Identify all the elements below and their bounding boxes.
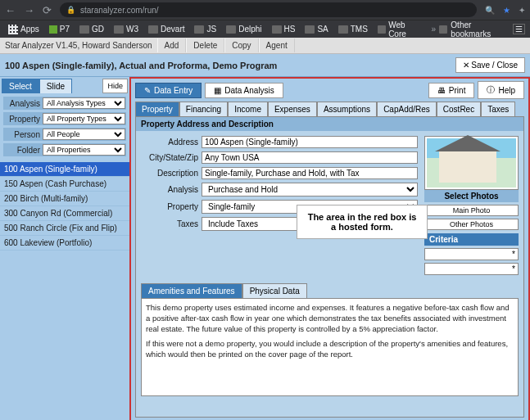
- filter-analysis[interactable]: All Analysis Types: [43, 97, 125, 109]
- tab-property[interactable]: Property: [135, 102, 179, 116]
- photo-box: [424, 136, 519, 190]
- list-item[interactable]: 500 Ranch Circle (Fix and Flip): [0, 221, 129, 236]
- criteria-header: Criteria: [424, 233, 519, 246]
- tab-taxes[interactable]: Taxes: [481, 102, 515, 116]
- url-text: staranalyzer.com/run/: [80, 6, 159, 15]
- tab-select[interactable]: Select: [2, 79, 39, 93]
- menu-copy[interactable]: Copy: [224, 38, 258, 52]
- analysis-label: Analysis: [141, 185, 198, 194]
- menu-delete[interactable]: Delete: [186, 38, 224, 52]
- pencil-icon: ✎: [144, 86, 151, 95]
- csz-input[interactable]: [202, 151, 418, 164]
- apps-button[interactable]: Apps: [5, 25, 43, 34]
- filter-folder[interactable]: All Properties: [43, 144, 125, 156]
- bookmark-js[interactable]: JS: [191, 25, 220, 34]
- menu-add[interactable]: Add: [157, 38, 187, 52]
- analysis-select[interactable]: Purchase and Hold: [202, 183, 418, 196]
- back-icon[interactable]: ←: [5, 4, 16, 16]
- app-menubar: Star Analyzer V1.45, Howard Sanderson Ad…: [0, 38, 530, 54]
- address-input[interactable]: [202, 136, 418, 148]
- bookmark-gd[interactable]: GD: [76, 25, 107, 34]
- bookmark-tms[interactable]: TMS: [335, 25, 371, 34]
- data-analysis-button[interactable]: ▦Data Analysis: [205, 83, 283, 98]
- tab-income[interactable]: Income: [228, 102, 268, 116]
- tab-amenities[interactable]: Amenities and Features: [141, 283, 242, 298]
- tab-slide[interactable]: Slide: [39, 79, 72, 93]
- hide-button[interactable]: Hide: [102, 79, 128, 93]
- property-label: Property: [141, 202, 198, 211]
- tab-expenses[interactable]: Expenses: [268, 102, 317, 116]
- other-photos-button[interactable]: Other Photos: [424, 219, 519, 230]
- list-item[interactable]: 200 Birch (Multi-family): [0, 192, 129, 206]
- bookmark-delphi[interactable]: Delphi: [223, 25, 265, 34]
- save-close-button[interactable]: ✕ Save / Close: [455, 57, 525, 73]
- filter-folder-label: Folder: [4, 146, 40, 155]
- star-icon[interactable]: ★: [503, 6, 510, 15]
- print-button[interactable]: 🖶Print: [428, 83, 475, 98]
- bookmark-devart[interactable]: Devart: [145, 25, 188, 34]
- extension-icon[interactable]: ✦: [519, 6, 525, 15]
- reading-list-icon[interactable]: ☰: [513, 24, 525, 34]
- list-item[interactable]: 100 Aspen (Single-family): [0, 162, 129, 177]
- desc-input[interactable]: [202, 167, 418, 179]
- bookmark-sa[interactable]: SA: [301, 25, 331, 34]
- filter-analysis-label: Analysis: [4, 99, 40, 108]
- filter-property-label: Property: [4, 115, 40, 124]
- description-box[interactable]: This demo property uses estimated income…: [141, 298, 519, 396]
- lock-icon: 🔒: [66, 6, 75, 14]
- bookmark-bar: Apps P7 GD W3 Devart JS Delphi HS SA TMS…: [0, 20, 530, 38]
- page-title: 100 Aspen (Single-family), Actual and Pr…: [5, 61, 277, 70]
- bookmark-hs[interactable]: HS: [269, 25, 299, 34]
- address-label: Address: [141, 138, 198, 147]
- property-photo: [427, 138, 516, 187]
- desc-p1: This demo property uses estimated income…: [146, 303, 514, 334]
- forward-icon[interactable]: →: [24, 4, 34, 16]
- search-icon[interactable]: 🔍: [485, 6, 495, 15]
- section-header: Property Address and Description: [136, 117, 523, 131]
- chart-icon: ▦: [214, 86, 221, 95]
- desc-p2: If this were not a demo property, you wo…: [146, 339, 514, 360]
- select-photos-label: Select Photos: [424, 190, 519, 202]
- data-entry-button[interactable]: ✎Data Entry: [135, 83, 202, 98]
- browser-toolbar: ← → ⟳ 🔒 staranalyzer.com/run/ 🔍 ★ ✦: [0, 0, 530, 20]
- other-bookmarks[interactable]: Other bookmarks: [439, 20, 505, 38]
- desc-label: Description: [141, 169, 198, 178]
- bookmark-w3[interactable]: W3: [111, 25, 142, 34]
- property-list: 100 Aspen (Single-family) 150 Aspen (Cas…: [0, 162, 129, 251]
- list-item[interactable]: 600 Lakeview (Portfolio): [0, 236, 129, 251]
- tab-capaddres[interactable]: CapAdd/Res: [377, 102, 437, 116]
- address-bar[interactable]: 🔒 staranalyzer.com/run/: [60, 2, 477, 17]
- filter-person-label: Person: [4, 130, 40, 139]
- menu-agent[interactable]: Agent: [259, 38, 295, 52]
- filter-person[interactable]: All People: [43, 129, 125, 140]
- tab-costrec[interactable]: CostRec: [437, 102, 481, 116]
- right-panel: ✎Data Entry ▦Data Analysis 🖶Print ⓘHelp …: [131, 77, 530, 420]
- tab-physical-data[interactable]: Physical Data: [242, 283, 307, 298]
- list-item[interactable]: 300 Canyon Rd (Commercial): [0, 206, 129, 221]
- tab-assumptions[interactable]: Assumptions: [317, 102, 377, 116]
- bookmark-webcore[interactable]: Web Core: [374, 20, 424, 38]
- main-photo-button[interactable]: Main Photo: [424, 205, 519, 216]
- filter-property[interactable]: All Property Types: [43, 113, 125, 124]
- list-item[interactable]: 150 Aspen (Cash Purchase): [0, 177, 129, 192]
- criteria-input-2[interactable]: [424, 263, 519, 275]
- taxes-label: Taxes: [141, 219, 198, 228]
- section-tabs: Property Financing Income Expenses Assum…: [131, 102, 528, 116]
- help-icon: ⓘ: [487, 84, 495, 96]
- csz-label: City/State/Zip: [141, 153, 198, 162]
- overflow-icon[interactable]: »: [431, 25, 436, 34]
- printer-icon: 🖶: [437, 86, 446, 95]
- app-title: Star Analyzer V1.45, Howard Sanderson: [0, 41, 157, 50]
- left-panel: Select Slide Hide AnalysisAll Analysis T…: [0, 77, 131, 420]
- content-box: Property Address and Description Address…: [135, 116, 524, 418]
- reload-icon[interactable]: ⟳: [43, 4, 52, 16]
- help-button[interactable]: ⓘHelp: [478, 81, 524, 99]
- criteria-input-1[interactable]: [424, 248, 519, 260]
- annotation-overlay: The area in the red box is a hosted form…: [297, 205, 428, 239]
- page-header: 100 Aspen (Single-family), Actual and Pr…: [0, 54, 530, 77]
- tab-financing[interactable]: Financing: [179, 102, 228, 116]
- bookmark-p7[interactable]: P7: [46, 25, 73, 34]
